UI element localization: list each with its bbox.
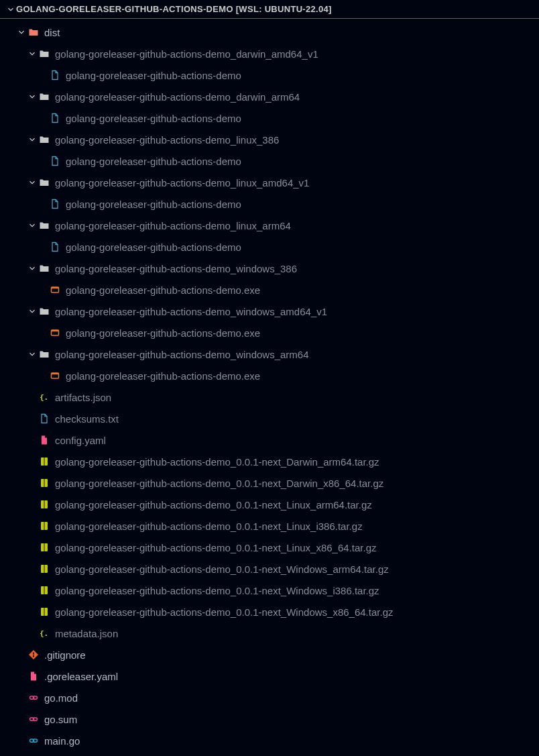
chevron-down-icon [27, 49, 38, 58]
folder-row[interactable]: golang-goreleaser-github-actions-demo_da… [0, 86, 539, 107]
svg-rect-22 [44, 608, 45, 616]
tgz-icon [38, 563, 51, 574]
file-row[interactable]: golang-goreleaser-github-actions-demo.ex… [0, 322, 539, 343]
exe-icon [48, 284, 62, 295]
svg-rect-10 [44, 479, 45, 487]
folder-row[interactable]: golang-goreleaser-github-actions-demo_li… [0, 172, 539, 193]
folder-row[interactable]: golang-goreleaser-github-actions-demo_wi… [0, 301, 539, 322]
file-row[interactable]: main.go [0, 730, 539, 751]
file-label: golang-goreleaser-github-actions-demo_0.… [55, 521, 363, 532]
folder-label: golang-goreleaser-github-actions-demo_da… [55, 91, 300, 103]
chevron-down-icon [27, 221, 38, 230]
file-row[interactable]: golang-goreleaser-github-actions-demo_0.… [0, 558, 539, 580]
file-row[interactable]: go.sum [0, 708, 539, 730]
file-label: golang-goreleaser-github-actions-demo.ex… [66, 284, 260, 296]
file-label: artifacts.json [55, 392, 111, 403]
file-row[interactable]: golang-goreleaser-github-actions-demo_0.… [0, 494, 539, 515]
folder-icon [38, 134, 51, 145]
gofile-icon [48, 241, 62, 252]
file-row[interactable]: golang-goreleaser-github-actions-demo_0.… [0, 451, 539, 472]
svg-text:{..}: {..} [40, 393, 50, 402]
file-row[interactable]: golang-goreleaser-github-actions-demo_0.… [0, 515, 539, 537]
folder-icon [38, 177, 51, 188]
svg-rect-8 [44, 457, 45, 466]
golink-icon [27, 692, 40, 703]
file-label: checksums.txt [55, 413, 119, 425]
file-row[interactable]: go.mod [0, 687, 539, 708]
folder-label: golang-goreleaser-github-actions-demo_wi… [55, 263, 297, 274]
file-label: golang-goreleaser-github-actions-demo_0.… [55, 606, 393, 618]
tgz-icon [38, 521, 51, 531]
file-row[interactable]: .gitignore [0, 644, 539, 665]
folder-row[interactable]: golang-goreleaser-github-actions-demo_wi… [0, 343, 539, 365]
file-row[interactable]: {..}metadata.json [0, 623, 539, 644]
golink-icon [27, 714, 40, 724]
file-row[interactable]: .goreleaser.yaml [0, 665, 539, 687]
explorer-header[interactable]: GOLANG-GORELEASER-GITHUB-ACTIONS-DEMO [W… [0, 0, 539, 19]
file-label: metadata.json [55, 628, 118, 639]
file-row[interactable]: golang-goreleaser-github-actions-demo_0.… [0, 472, 539, 494]
chevron-down-icon [5, 5, 16, 14]
file-row[interactable]: golang-goreleaser-github-actions-demo [0, 150, 539, 172]
file-row[interactable]: {..}artifacts.json [0, 386, 539, 408]
tgz-icon [38, 456, 51, 467]
file-row[interactable]: golang-goreleaser-github-actions-demo_0.… [0, 537, 539, 558]
exe-icon [48, 370, 62, 381]
file-label: golang-goreleaser-github-actions-demo_0.… [55, 563, 389, 575]
folder-row[interactable]: golang-goreleaser-github-actions-demo_wi… [0, 258, 539, 279]
yaml-icon [27, 671, 40, 682]
folder-label: dist [44, 27, 60, 38]
file-row[interactable]: golang-goreleaser-github-actions-demo [0, 107, 539, 129]
chevron-down-icon [27, 264, 38, 273]
file-row[interactable]: checksums.txt [0, 408, 539, 429]
svg-rect-12 [44, 500, 45, 508]
gofile-icon [48, 199, 62, 209]
chevron-down-icon [16, 28, 27, 37]
file-row[interactable]: golang-goreleaser-github-actions-demo [0, 193, 539, 215]
file-row[interactable]: golang-goreleaser-github-actions-demo [0, 236, 539, 258]
file-row[interactable]: golang-goreleaser-github-actions-demo_0.… [0, 601, 539, 623]
gofile-icon [48, 156, 62, 166]
file-row[interactable]: golang-goreleaser-github-actions-demo.ex… [0, 279, 539, 301]
file-label: golang-goreleaser-github-actions-demo_0.… [55, 478, 383, 489]
svg-rect-18 [44, 565, 45, 573]
folder-label: golang-goreleaser-github-actions-demo_li… [55, 220, 291, 231]
file-row[interactable]: golang-goreleaser-github-actions-demo [0, 64, 539, 86]
json-icon: {..} [38, 392, 51, 402]
svg-rect-5 [52, 373, 59, 374]
folder-icon [38, 263, 51, 274]
svg-rect-14 [44, 522, 45, 530]
folder-label: golang-goreleaser-github-actions-demo_wi… [55, 349, 309, 360]
file-row[interactable]: golang-goreleaser-github-actions-demo_0.… [0, 580, 539, 601]
folder-icon [38, 91, 51, 102]
folder-row[interactable]: golang-goreleaser-github-actions-demo_li… [0, 129, 539, 150]
chevron-down-icon [27, 307, 38, 316]
yaml-icon [38, 435, 51, 445]
gofile-icon [48, 70, 62, 80]
file-label: golang-goreleaser-github-actions-demo.ex… [66, 327, 260, 339]
svg-text:{..}: {..} [40, 629, 50, 638]
file-label: golang-goreleaser-github-actions-demo_0.… [55, 499, 372, 510]
file-row[interactable]: config.yaml [0, 429, 539, 451]
folder-row[interactable]: dist [0, 21, 539, 43]
svg-rect-20 [44, 586, 45, 594]
gomain-icon [27, 735, 40, 746]
svg-rect-16 [44, 543, 45, 551]
dist-icon [27, 27, 40, 38]
file-label: config.yaml [55, 435, 106, 446]
chevron-down-icon [27, 349, 38, 359]
file-label: golang-goreleaser-github-actions-demo [66, 156, 241, 167]
tgz-icon [38, 499, 51, 510]
folder-icon [38, 48, 51, 59]
folder-row[interactable]: golang-goreleaser-github-actions-demo_li… [0, 215, 539, 236]
file-label: golang-goreleaser-github-actions-demo_0.… [55, 456, 379, 468]
file-label: main.go [44, 735, 80, 747]
file-label: go.mod [44, 692, 78, 704]
chevron-down-icon [27, 135, 38, 144]
txt-icon [38, 413, 51, 424]
folder-label: golang-goreleaser-github-actions-demo_da… [55, 48, 318, 60]
folder-label: golang-goreleaser-github-actions-demo_li… [55, 177, 309, 188]
folder-row[interactable]: golang-goreleaser-github-actions-demo_da… [0, 43, 539, 64]
file-row[interactable]: golang-goreleaser-github-actions-demo.ex… [0, 365, 539, 386]
tgz-icon [38, 478, 51, 488]
